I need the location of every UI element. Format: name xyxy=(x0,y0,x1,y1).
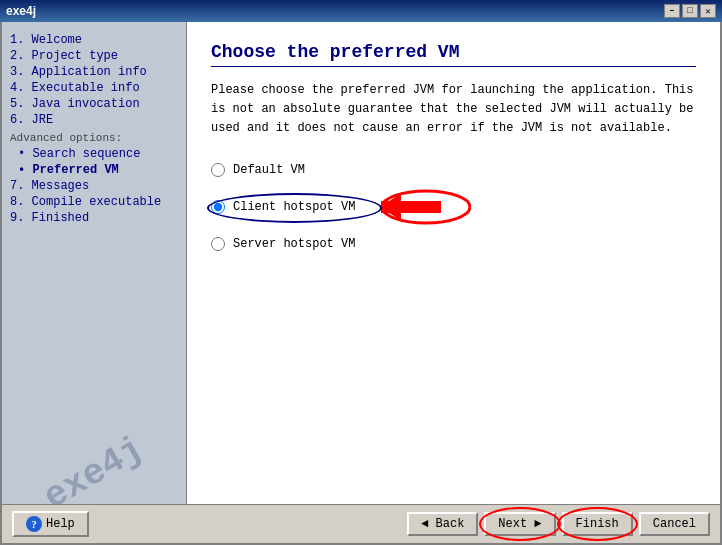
radio-label-client-hotspot-vm: Client hotspot VM xyxy=(233,200,355,214)
sidebar-item-executable-info[interactable]: 4. Executable info xyxy=(10,80,178,96)
radio-option-client-hotspot[interactable]: Client hotspot VM xyxy=(211,189,696,225)
radio-server-hotspot-vm[interactable] xyxy=(211,237,225,251)
watermark: exe4j xyxy=(4,410,184,504)
content-title: Choose the preferred VM xyxy=(211,42,696,67)
radio-label-server-hotspot-vm: Server hotspot VM xyxy=(233,237,355,251)
advanced-options-label: Advanced options: xyxy=(10,132,178,144)
sidebar-item-project-type[interactable]: 2. Project type xyxy=(10,48,178,64)
cancel-button[interactable]: Cancel xyxy=(639,512,710,536)
help-button[interactable]: ? Help xyxy=(12,511,89,537)
finish-button[interactable]: Finish xyxy=(562,512,633,536)
sidebar-item-finished[interactable]: 9. Finished xyxy=(10,210,178,226)
title-bar: exe4j – □ ✕ xyxy=(0,0,722,22)
finish-button-wrapper: Finish xyxy=(562,512,633,536)
radio-option-default-vm[interactable]: Default VM xyxy=(211,163,696,177)
cancel-label: Cancel xyxy=(653,517,696,531)
next-button-wrapper: Next ► xyxy=(484,512,555,536)
radio-client-hotspot-vm[interactable] xyxy=(211,200,225,214)
content-area: Choose the preferred VM Please choose th… xyxy=(187,22,720,504)
help-icon: ? xyxy=(26,516,42,532)
window-title: exe4j xyxy=(6,4,36,18)
help-label: Help xyxy=(46,517,75,531)
maximize-button[interactable]: □ xyxy=(682,4,698,18)
red-arrow xyxy=(381,189,471,225)
footer: ? Help ◄ Back Next ► Finish Cancel xyxy=(2,504,720,543)
back-button[interactable]: ◄ Back xyxy=(407,512,478,536)
minimize-button[interactable]: – xyxy=(664,4,680,18)
client-hotspot-wrapper: Client hotspot VM xyxy=(211,200,355,214)
close-button[interactable]: ✕ xyxy=(700,4,716,18)
content-description: Please choose the preferred JVM for laun… xyxy=(211,81,696,139)
next-label: Next ► xyxy=(498,517,541,531)
radio-label-default-vm: Default VM xyxy=(233,163,305,177)
sidebar-item-compile-executable[interactable]: 8. Compile executable xyxy=(10,194,178,210)
window-body: 1. Welcome 2. Project type 3. Applicatio… xyxy=(0,22,722,545)
main-content: 1. Welcome 2. Project type 3. Applicatio… xyxy=(2,22,720,504)
sidebar-sub-item-preferred-vm[interactable]: • Preferred VM xyxy=(10,162,178,178)
sidebar-item-welcome[interactable]: 1. Welcome xyxy=(10,32,178,48)
finish-label: Finish xyxy=(576,517,619,531)
back-label: ◄ Back xyxy=(421,517,464,531)
vm-radio-group: Default VM Client hotspot VM xyxy=(211,163,696,251)
sidebar-item-java-invocation[interactable]: 5. Java invocation xyxy=(10,96,178,112)
sidebar: 1. Welcome 2. Project type 3. Applicatio… xyxy=(2,22,187,504)
footer-left: ? Help xyxy=(12,511,401,537)
next-button[interactable]: Next ► xyxy=(484,512,555,536)
sidebar-sub-item-search-sequence[interactable]: • Search sequence xyxy=(10,146,178,162)
sidebar-item-messages[interactable]: 7. Messages xyxy=(10,178,178,194)
title-bar-controls: – □ ✕ xyxy=(664,4,716,18)
radio-option-server-hotspot[interactable]: Server hotspot VM xyxy=(211,237,696,251)
sidebar-item-jre[interactable]: 6. JRE xyxy=(10,112,178,128)
sidebar-item-application-info[interactable]: 3. Application info xyxy=(10,64,178,80)
radio-default-vm[interactable] xyxy=(211,163,225,177)
